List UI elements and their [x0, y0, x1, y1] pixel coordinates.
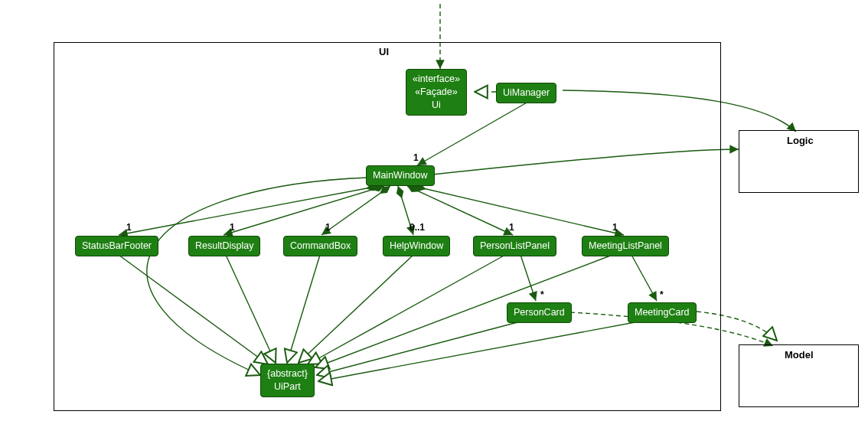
statusbarfooter-label: StatusBarFooter [82, 240, 152, 251]
ui-interface-line2: «Façade» [415, 86, 458, 97]
node-resultdisplay: ResultDisplay [188, 236, 260, 256]
mult-statusbarfooter: 1 [126, 222, 132, 233]
node-ui-interface: «interface» «Façade» Ui [406, 69, 467, 116]
node-meetinglistpanel: MeetingListPanel [582, 236, 669, 256]
mult-commandbox: 1 [325, 222, 331, 233]
node-meetingcard: MeetingCard [628, 302, 697, 323]
personlistpanel-label: PersonListPanel [480, 240, 550, 251]
mult-mainwindow: 1 [413, 152, 419, 163]
commandbox-label: CommandBox [290, 240, 351, 251]
ui-interface-line1: «interface» [413, 73, 460, 84]
node-commandbox: CommandBox [283, 236, 357, 256]
mult-meetinglistpanel: 1 [612, 222, 618, 233]
mult-helpwindow: 0..1 [410, 222, 425, 233]
node-statusbarfooter: StatusBarFooter [75, 236, 158, 256]
node-personcard: PersonCard [507, 302, 572, 323]
package-ui-label: UI [379, 46, 389, 57]
package-model-label: Model [785, 349, 814, 361]
node-helpwindow: HelpWindow [383, 236, 450, 256]
mult-resultdisplay: 1 [230, 222, 235, 233]
uipart-line2: UiPart [274, 381, 301, 392]
uipart-line1: {abstract} [267, 368, 308, 379]
node-mainwindow: MainWindow [366, 165, 435, 186]
meetingcard-label: MeetingCard [635, 307, 690, 318]
package-ui [54, 42, 721, 411]
mult-personlistpanel: 1 [509, 222, 514, 233]
mainwindow-label: MainWindow [373, 170, 428, 181]
mult-personcard: * [540, 289, 544, 300]
uimanager-label: UiManager [503, 87, 550, 98]
node-uimanager: UiManager [496, 83, 556, 103]
meetinglistpanel-label: MeetingListPanel [589, 240, 662, 251]
node-personlistpanel: PersonListPanel [473, 236, 556, 256]
ui-interface-line3: Ui [432, 100, 441, 110]
node-uipart: {abstract} UiPart [260, 364, 315, 397]
package-logic-label: Logic [787, 135, 814, 146]
resultdisplay-label: ResultDisplay [195, 240, 253, 251]
helpwindow-label: HelpWindow [390, 240, 443, 251]
personcard-label: PersonCard [514, 307, 565, 318]
mult-meetingcard: * [660, 289, 664, 300]
